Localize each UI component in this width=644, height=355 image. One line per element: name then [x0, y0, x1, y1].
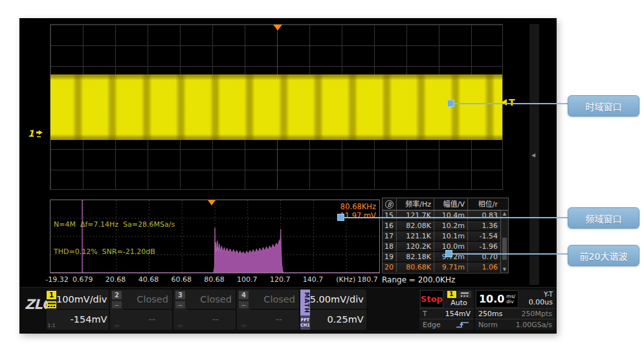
fft-axis-tick: 180.7: [353, 275, 382, 284]
channel4-status: Closed: [250, 290, 299, 310]
harmonics-header-row: B 频率/Hz 幅值/V 相位/r: [383, 198, 508, 211]
capture-duration: 250ms: [478, 310, 502, 318]
channel4-number-badge: 4: [239, 291, 249, 299]
menu-collapse-strip[interactable]: ◀: [529, 24, 539, 285]
display-mode: Y-T: [544, 291, 553, 298]
math-scale: 5.00mV/div: [310, 290, 368, 310]
harmonic-row[interactable]: 15 121.7K 10.4m 0.83: [383, 211, 508, 221]
trigger-panel[interactable]: Stop 1 Auto T 1: [419, 290, 474, 330]
header-frequency: 频率/Hz: [397, 198, 434, 210]
sample-rate: 1.00GSa/s: [516, 321, 552, 329]
row-index: 19: [383, 252, 397, 262]
annotation-marker-harmonics: [445, 250, 452, 257]
ch1-waveform: [50, 74, 502, 140]
harmonic-row[interactable]: 16 82.08K 10.2m 1.36: [383, 221, 508, 231]
channel1-offset: -154mV: [56, 310, 111, 330]
harmonic-row[interactable]: 17 121.1K 10.1m -1.54: [383, 231, 508, 242]
memory-depth: 250Mpts: [521, 310, 552, 318]
scroll-down-icon[interactable]: ▼: [501, 266, 508, 273]
row-amplitude: 10.1m: [434, 231, 468, 241]
rising-edge-icon: [455, 321, 471, 328]
trigger-position-marker[interactable]: [273, 25, 282, 30]
row-index: 20: [383, 262, 397, 272]
fft-readout-frequency: 80.68KHz: [340, 202, 376, 211]
fft-position-marker[interactable]: [208, 200, 216, 205]
channel2-badges: 2 − -:-: [110, 290, 124, 330]
trigger-level-letter: T: [423, 310, 427, 318]
collapse-arrow-icon[interactable]: ◀: [531, 152, 535, 158]
ch1-marker-arrow-icon: [34, 130, 45, 138]
math-panel[interactable]: MATH FFT CH1 5.00mV/div 0.25mV: [300, 290, 366, 330]
fft-range-label: Range = 200.0KHz: [382, 275, 455, 284]
trigger-level-arrow-icon: [501, 99, 507, 106]
fft-axis-tick: 80.68: [200, 275, 228, 284]
timebase-panel[interactable]: 10.0 ms/div Y-T 0.00us 250ms 250Mpts No: [475, 290, 555, 330]
trigger-source-badge: 1: [447, 291, 456, 298]
channel2-panel[interactable]: 2 − -:- Closed --: [110, 290, 172, 330]
row-amplitude: 9.71m: [434, 262, 468, 272]
row-frequency: 82.18K: [397, 252, 434, 262]
row-phase: -1.54: [468, 231, 500, 241]
trigger-delay: 0.00us: [529, 298, 553, 306]
fft-frequency-axis: -19.320.67920.6840.6860.6880.68100.7120.…: [19, 275, 399, 284]
dc-coupling-icon: [47, 301, 56, 308]
math-tab[interactable]: MATH: [300, 290, 310, 315]
channel4-panel[interactable]: 4 − -:- Closed --: [237, 290, 299, 330]
channel2-number-badge: 2: [112, 291, 122, 299]
channel3-badges: 3 − -:-: [173, 290, 187, 330]
time-domain-window: [50, 24, 503, 190]
timebase-scale-display[interactable]: 10.0 ms/div: [476, 290, 518, 308]
row-phase: 1.36: [468, 221, 500, 231]
channel1-badges: 1 1:1: [47, 290, 56, 330]
math-fft-source-badge: FFT CH1: [300, 315, 310, 330]
row-index: 18: [383, 242, 397, 251]
callout-harmonics: 前20大谐波: [568, 245, 639, 266]
row-phase: 1.06: [468, 262, 500, 272]
status-bar: ZLG® 1 1:1 100mV/div -154mV 2 −: [19, 287, 557, 334]
harmonics-table[interactable]: B 频率/Hz 幅值/V 相位/r 15 121.7K 10.4m 0.83 1…: [382, 198, 509, 273]
fft-axis-tick: -19.32: [43, 275, 71, 284]
channel3-offset: --: [187, 310, 236, 330]
run-stop-state[interactable]: Stop: [420, 290, 443, 308]
fft-info-line2: THD=0.12% SNR=-21.20dB: [54, 247, 175, 257]
fft-axis-tick: 60.68: [167, 275, 195, 284]
annotation-marker-freq: [337, 214, 344, 221]
row-amplitude: 10.2m: [434, 221, 468, 231]
callout-time-window: 时域窗口: [568, 95, 639, 117]
channel1-scale: 100mV/div: [56, 290, 111, 310]
annotation-line-time: [450, 103, 568, 104]
table-b-icon: B: [383, 198, 397, 210]
fft-axis-tick: 120.7: [266, 275, 294, 284]
channel2-offset: --: [124, 310, 172, 330]
fft-axis-tick: 0.679: [69, 275, 97, 284]
channel2-coupling-icon: −: [112, 301, 122, 308]
channel2-status: Closed: [124, 290, 172, 310]
ch1-ground-marker[interactable]: 1: [28, 128, 45, 139]
channel3-coupling-icon: −: [175, 301, 185, 308]
table-scrollbar[interactable]: ▲ ▼: [500, 211, 508, 273]
math-offset: 0.25mV: [310, 310, 368, 330]
channel1-panel[interactable]: 1 1:1 100mV/div -154mV: [47, 290, 109, 330]
scroll-up-icon[interactable]: ▲: [501, 211, 508, 217]
channel4-coupling-icon: −: [239, 301, 249, 308]
channel1-probe-ratio: 1:1: [47, 323, 55, 328]
ch1-marker-label: 1: [28, 128, 34, 139]
row-frequency: 120.2K: [397, 242, 434, 251]
trigger-coupling-icon: [458, 291, 471, 298]
harmonic-row-selected[interactable]: 20 80.68K 9.71m 1.06: [383, 262, 508, 273]
row-frequency: 82.08K: [397, 221, 434, 231]
row-index: 16: [383, 221, 397, 231]
fft-window: N=4M Δf=7.14Hz Sa=28.6MSa/s THD=0.12% SN…: [50, 200, 380, 273]
fft-axis-tick: 40.68: [134, 275, 162, 284]
fft-readout-amplitude: 11.97 mV: [340, 211, 376, 220]
fft-axis-tick: 100.7: [233, 275, 261, 284]
trigger-level-marker[interactable]: T: [501, 97, 515, 108]
channel3-probe-ratio: -:-: [178, 323, 183, 328]
oscilloscope-screen: 1 T ◀ N=4M Δf=7.14Hz Sa=28.6MSa/s THD=0.…: [19, 18, 557, 334]
channel3-panel[interactable]: 3 − -:- Closed --: [173, 290, 236, 330]
fft-info-line1: N=4M Δf=7.14Hz Sa=28.6MSa/s: [54, 220, 175, 229]
channel3-number-badge: 3: [175, 291, 185, 299]
channel4-probe-ratio: -:-: [241, 323, 247, 328]
scrollbar-thumb[interactable]: [502, 238, 507, 260]
row-index: 17: [383, 231, 397, 241]
